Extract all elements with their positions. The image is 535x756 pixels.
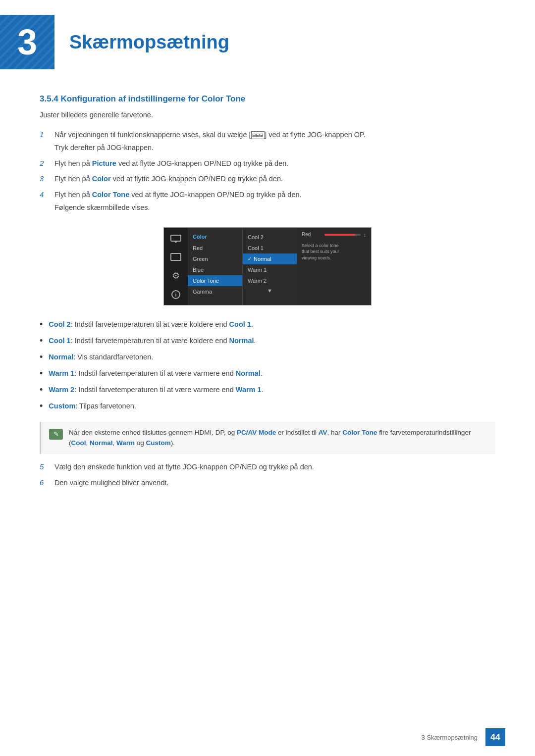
menu-item-red: Red xyxy=(188,243,242,253)
bullet-custom-term: Custom xyxy=(49,402,75,410)
bullet-normal-term: Normal xyxy=(49,353,73,361)
step-text-1: Når vejledningen til funktionsknapperne … xyxy=(54,130,495,153)
step-note-4: Følgende skærmbillede vises. xyxy=(54,202,495,213)
step-num-3: 3 xyxy=(40,174,54,183)
bullet-warm1-ref: Normal xyxy=(236,369,261,377)
chapter-title: Skærmopsætning xyxy=(69,32,229,53)
red-bar xyxy=(324,234,361,236)
step-2: 2 Flyt hen på Picture ved at flytte JOG-… xyxy=(40,158,495,169)
bullet-cool1-term: Cool 1 xyxy=(49,337,70,345)
step-1: 1 Når vejledningen til funktionsknappern… xyxy=(40,130,495,153)
red-label: Red xyxy=(302,232,321,237)
note-icon: ✎ xyxy=(49,429,63,440)
bullet-custom: • Custom: Tilpas farvetonen. xyxy=(40,401,495,412)
step-text-4: Flyt hen på Color Tone ved at flytte JOG… xyxy=(54,190,495,213)
sidebar-settings-icon: ⚙ xyxy=(169,270,183,281)
step-note-1: Tryk derefter på JOG-knappen. xyxy=(54,143,495,153)
screenshot-submenu: Cool 2 Cool 1 Normal Warm 1 Warm 2 ▼ xyxy=(242,228,297,305)
step-5: 5 Vælg den ønskede funktion ved at flytt… xyxy=(40,462,495,473)
note-cool-bold: Cool xyxy=(71,439,86,447)
step4-bold: Color Tone xyxy=(92,191,129,199)
sidebar-monitor-icon xyxy=(169,233,183,244)
submenu-arrow-down: ▼ xyxy=(243,286,297,295)
menu-item-gamma: Gamma xyxy=(188,286,242,297)
menu-item-colortone[interactable]: Color Tone xyxy=(188,275,242,286)
bullet-cool1: • Cool 1: Indstil farvetemperaturen til … xyxy=(40,336,495,347)
step-3: 3 Flyt hen på Color ved at flytte JOG-kn… xyxy=(40,174,495,185)
step-text-5: Vælg den ønskede funktion ved at flytte … xyxy=(54,462,495,473)
screenshot-hint: Select a color tonethat best suits yourv… xyxy=(302,243,366,261)
step-num-2: 2 xyxy=(40,158,54,167)
bullet-cool2: • Cool 2: Indstil farvetemperaturen til … xyxy=(40,319,495,331)
screenshot-right-panel: Red ↕ Select a color tonethat best suits… xyxy=(297,228,371,305)
bullet-warm1-term: Warm 1 xyxy=(49,369,74,377)
bullet-warm2: • Warm 2: Indstil farvetemperaturen til … xyxy=(40,385,495,396)
section-intro: Juster billedets generelle farvetone. xyxy=(40,111,495,119)
bullet-normal: • Normal: Vis standardfarvetonen. xyxy=(40,352,495,363)
note-normal-bold: Normal xyxy=(90,439,113,447)
sidebar-info-icon: i xyxy=(169,289,183,300)
bullet-list: • Cool 2: Indstil farvetemperaturen til … xyxy=(40,319,495,413)
screenshot-menu: Color Red Green Blue Color Tone Gamma xyxy=(188,228,242,305)
red-bar-fill xyxy=(324,234,355,236)
submenu-normal[interactable]: Normal xyxy=(243,253,297,264)
footer: 3 Skærmopsætning 44 xyxy=(422,728,505,746)
note-custom-bold: Custom xyxy=(146,439,171,447)
screenshot: ⚙ i Color Red Green Blue Color Tone Gamm… xyxy=(163,227,372,305)
steps-list: 1 Når vejledningen til funktionsknappern… xyxy=(40,130,495,213)
step-text-2: Flyt hen på Picture ved at flytte JOG-kn… xyxy=(54,158,495,169)
section-heading: 3.5.4 Konfiguration af indstillingerne f… xyxy=(40,94,495,104)
note-text: Når den eksterne enhed tilsluttes gennem… xyxy=(69,428,487,449)
step-4: 4 Flyt hen på Color Tone ved at flytte J… xyxy=(40,190,495,213)
steps-end-list: 5 Vælg den ønskede funktion ved at flytt… xyxy=(40,462,495,489)
note-warm-bold: Warm xyxy=(116,439,135,447)
step3-bold: Color xyxy=(92,175,111,183)
sidebar-picture-icon xyxy=(169,252,183,262)
step-num-4: 4 xyxy=(40,190,54,199)
chapter-header: 3 Skærmopsætning xyxy=(0,0,535,79)
bullet-warm2-term: Warm 2 xyxy=(49,386,74,394)
main-content: 3.5.4 Konfiguration af indstillingerne f… xyxy=(0,94,535,528)
note-box: ✎ Når den eksterne enhed tilsluttes genn… xyxy=(40,422,495,454)
bullet-cool2-term: Cool 2 xyxy=(49,320,70,328)
red-icon: ↕ xyxy=(364,232,367,238)
bullet-cool2-ref: Cool 1 xyxy=(229,320,251,328)
screenshot-wrapper: ⚙ i Color Red Green Blue Color Tone Gamm… xyxy=(40,227,495,305)
step-num-6: 6 xyxy=(40,478,54,487)
step-text-3: Flyt hen på Color ved at flytte JOG-knap… xyxy=(54,174,495,185)
note-pcav-bold: PC/AV Mode xyxy=(237,429,276,436)
red-row: Red ↕ xyxy=(302,232,366,238)
bullet-cool1-ref: Normal xyxy=(229,337,254,345)
step2-bold: Picture xyxy=(92,159,116,167)
menu-item-green: Green xyxy=(188,253,242,264)
step-num-1: 1 xyxy=(40,130,54,139)
footer-page: 44 xyxy=(485,728,505,746)
screenshot-sidebar: ⚙ i xyxy=(164,228,188,305)
menu-item-blue: Blue xyxy=(188,264,242,275)
step-6: 6 Den valgte mulighed bliver anvendt. xyxy=(40,478,495,489)
bullet-warm2-ref: Warm 1 xyxy=(236,386,262,394)
chapter-number: 3 xyxy=(0,15,54,69)
bullet-warm1: • Warm 1: Indstil farvetemperaturen til … xyxy=(40,368,495,380)
step-num-5: 5 xyxy=(40,462,54,471)
submenu-warm2[interactable]: Warm 2 xyxy=(243,275,297,286)
footer-text: 3 Skærmopsætning xyxy=(422,734,478,741)
submenu-cool1[interactable]: Cool 1 xyxy=(243,243,297,253)
submenu-warm1[interactable]: Warm 1 xyxy=(243,264,297,275)
note-colortone-bold: Color Tone xyxy=(342,429,377,436)
step-text-6: Den valgte mulighed bliver anvendt. xyxy=(54,478,495,489)
submenu-cool2[interactable]: Cool 2 xyxy=(243,232,297,243)
note-av-bold: AV xyxy=(319,429,327,436)
menu-title: Color xyxy=(188,232,242,243)
